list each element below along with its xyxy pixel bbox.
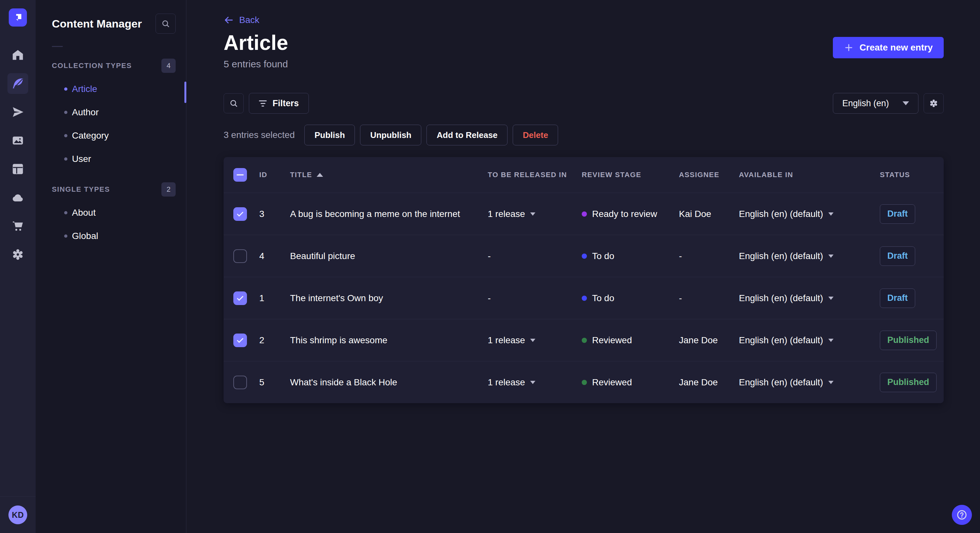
- release-caret[interactable]: [530, 213, 535, 216]
- unpublish-button[interactable]: Unpublish: [360, 125, 421, 145]
- check-icon: [235, 294, 245, 303]
- cell-title: The internet's Own boy: [290, 293, 488, 303]
- check-icon: [235, 336, 245, 345]
- bullet-icon: [64, 134, 67, 137]
- cell-review-stage: Reviewed: [582, 335, 679, 346]
- back-link[interactable]: Back: [224, 15, 259, 25]
- cell-review-stage: Ready to review: [582, 209, 679, 219]
- locale-caret[interactable]: [828, 339, 834, 342]
- table-row[interactable]: 3 A bug is becoming a meme on the intern…: [224, 193, 944, 235]
- strapi-logo[interactable]: [9, 8, 27, 27]
- table-row[interactable]: 1 The internet's Own boy - To do - Engli…: [224, 277, 944, 319]
- review-stage-dot: [582, 211, 587, 217]
- bullet-icon: [64, 157, 67, 160]
- user-avatar[interactable]: KD: [8, 506, 27, 524]
- single-types-label: SINGLE TYPES: [52, 185, 110, 194]
- locale-caret[interactable]: [828, 254, 834, 258]
- status-badge: Published: [880, 331, 937, 350]
- search-icon: [161, 19, 170, 29]
- table-row[interactable]: 4 Beautiful picture - To do - English (e…: [224, 235, 944, 277]
- row-checkbox[interactable]: [233, 376, 247, 389]
- row-checkbox[interactable]: [233, 249, 247, 263]
- cell-release: 1 release: [488, 209, 582, 219]
- release-caret[interactable]: [530, 339, 535, 342]
- subnav-search-button[interactable]: [156, 14, 176, 34]
- column-header-title[interactable]: TITLE: [290, 171, 488, 179]
- nav-settings[interactable]: [8, 244, 28, 265]
- row-checkbox[interactable]: [233, 207, 247, 221]
- paper-plane-icon: [11, 105, 25, 119]
- nav-media-library[interactable]: [8, 130, 28, 151]
- home-icon: [11, 48, 25, 62]
- publish-button[interactable]: Publish: [304, 125, 355, 145]
- nav-content-type-builder[interactable]: [8, 159, 28, 179]
- locale-caret[interactable]: [828, 213, 834, 216]
- column-header-status[interactable]: STATUS: [880, 171, 944, 179]
- select-all-checkbox[interactable]: [233, 168, 247, 182]
- delete-button[interactable]: Delete: [513, 125, 558, 145]
- locale-select[interactable]: English (en): [833, 93, 918, 114]
- sidebar-item-user[interactable]: User: [36, 148, 186, 171]
- column-header-id[interactable]: ID: [259, 171, 290, 179]
- sidebar-item-about[interactable]: About: [36, 201, 186, 224]
- sidebar-item-global[interactable]: Global: [36, 224, 186, 248]
- review-stage-dot: [582, 338, 587, 343]
- nav-content-manager[interactable]: [8, 73, 28, 94]
- arrow-left-icon: [224, 15, 234, 25]
- sidebar-item-label: Global: [72, 231, 98, 241]
- gear-icon: [11, 248, 25, 261]
- add-to-release-button[interactable]: Add to Release: [426, 125, 508, 145]
- sidebar-item-category[interactable]: Category: [36, 124, 186, 148]
- bullet-icon: [64, 111, 67, 114]
- rail-footer: KD: [0, 497, 36, 533]
- row-checkbox[interactable]: [233, 292, 247, 305]
- cell-id: 1: [259, 293, 290, 303]
- entries-table: ID TITLE TO BE RELEASED IN REVIEW STAGE …: [224, 157, 944, 403]
- column-header-available-in[interactable]: AVAILABLE IN: [739, 171, 880, 179]
- column-header-assignee[interactable]: ASSIGNEE: [679, 171, 739, 179]
- nav-home[interactable]: [8, 45, 28, 65]
- cell-assignee: -: [679, 293, 739, 303]
- nav-deploy[interactable]: [8, 187, 28, 208]
- filters-label: Filters: [272, 98, 299, 108]
- cell-title: This shrimp is awesome: [290, 335, 488, 346]
- table-row[interactable]: 2 This shrimp is awesome 1 release Revie…: [224, 319, 944, 361]
- bullet-icon: [64, 87, 67, 90]
- cell-review-stage: To do: [582, 251, 679, 261]
- create-new-entry-button[interactable]: Create new entry: [833, 37, 944, 58]
- column-header-release[interactable]: TO BE RELEASED IN: [488, 171, 582, 179]
- cell-id: 5: [259, 377, 290, 388]
- sidebar-item-author[interactable]: Author: [36, 101, 186, 124]
- table-row[interactable]: 5 What's inside a Black Hole 1 release R…: [224, 361, 944, 403]
- single-types-count: 2: [161, 182, 176, 197]
- release-caret[interactable]: [530, 381, 535, 384]
- locale-caret[interactable]: [828, 297, 834, 300]
- collection-types-label: COLLECTION TYPES: [52, 62, 132, 70]
- indeterminate-dash-icon: [237, 174, 244, 176]
- review-stage-dot: [582, 296, 587, 301]
- locale-caret[interactable]: [828, 381, 834, 384]
- cell-status: Published: [880, 373, 944, 392]
- feather-icon: [11, 77, 25, 90]
- cell-title: A bug is becoming a meme on the internet: [290, 209, 488, 219]
- cell-release: 1 release: [488, 377, 582, 388]
- help-button[interactable]: [952, 505, 972, 525]
- media-icon: [11, 134, 25, 148]
- nav-releases[interactable]: [8, 102, 28, 122]
- cell-id: 3: [259, 209, 290, 219]
- bullet-icon: [64, 235, 67, 238]
- search-entries-button[interactable]: [224, 93, 244, 113]
- check-icon: [235, 209, 245, 219]
- cell-release: -: [488, 251, 582, 261]
- row-checkbox[interactable]: [233, 333, 247, 347]
- table-body: 3 A bug is becoming a meme on the intern…: [224, 193, 944, 403]
- column-header-review-stage[interactable]: REVIEW STAGE: [582, 171, 679, 179]
- subnav-title: Content Manager: [52, 17, 142, 30]
- chevron-down-icon: [902, 102, 909, 105]
- search-icon: [229, 98, 239, 108]
- view-settings-button[interactable]: [924, 93, 944, 113]
- page-title: Article: [224, 32, 288, 54]
- sidebar-item-article[interactable]: Article: [36, 78, 186, 101]
- filters-button[interactable]: Filters: [249, 93, 309, 114]
- nav-marketplace[interactable]: [8, 216, 28, 236]
